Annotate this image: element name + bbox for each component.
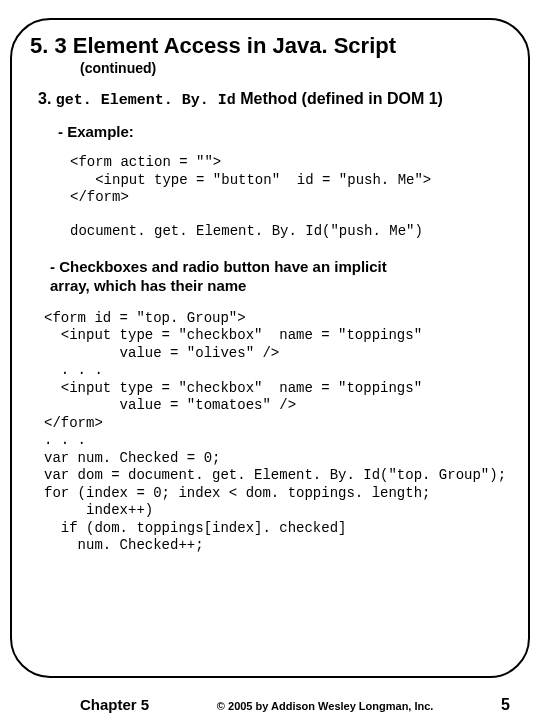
section-title: 5. 3 Element Access in Java. Script <box>30 34 510 58</box>
bullet-point: - Checkboxes and radio button have an im… <box>50 257 510 296</box>
code-block-main: <form id = "top. Group"> <input type = "… <box>44 310 510 555</box>
chapter-label: Chapter 5 <box>80 696 149 713</box>
page-number: 5 <box>501 696 510 714</box>
heading-code: get. Element. By. Id <box>56 92 236 109</box>
section-subtitle: (continued) <box>80 60 510 76</box>
heading-number: 3. <box>38 90 56 107</box>
example-label: - Example: <box>58 123 510 140</box>
code-block-call: document. get. Element. By. Id("push. Me… <box>70 223 510 239</box>
page-footer: Chapter 5 © 2005 by Addison Wesley Longm… <box>0 696 540 714</box>
heading-rest: Method (defined in DOM 1) <box>236 90 443 107</box>
method-heading: 3. get. Element. By. Id Method (defined … <box>38 90 510 109</box>
code-block-form: <form action = ""> <input type = "button… <box>70 154 510 207</box>
copyright-text: © 2005 by Addison Wesley Longman, Inc. <box>217 700 434 712</box>
